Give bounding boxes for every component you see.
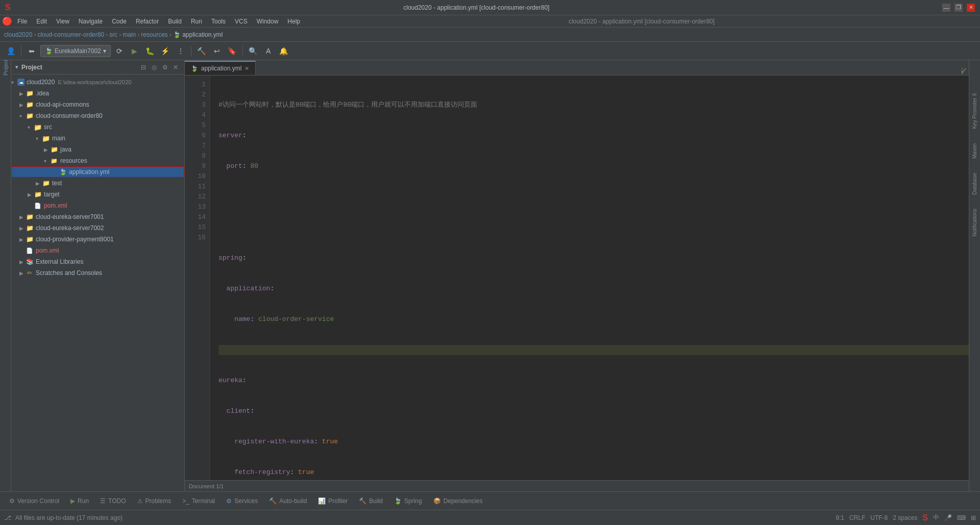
tree-idea[interactable]: ▶ 📁 .idea <box>11 88 184 99</box>
menu-vcs[interactable]: VCS <box>231 17 252 26</box>
refresh-button[interactable]: ⟳ <box>113 44 126 58</box>
indent[interactable]: 2 spaces <box>893 514 917 521</box>
tree-eureka7001[interactable]: ▶ 📁 cloud-eureka-server7001 <box>11 211 184 222</box>
tab-terminal[interactable]: >_ Terminal <box>177 495 220 507</box>
project-icon[interactable]: Project <box>1 62 11 72</box>
project-controls: ⊟ ◎ ⚙ ✕ <box>139 63 180 72</box>
breadcrumb-resources[interactable]: resources <box>141 31 168 38</box>
run-button[interactable]: ▶ <box>128 44 141 58</box>
debug-button[interactable]: 🐛 <box>143 44 157 58</box>
breadcrumb-main[interactable]: main <box>122 31 136 38</box>
settings-button[interactable]: ⚙ <box>160 63 169 72</box>
database-panel[interactable]: Database <box>972 171 977 197</box>
reload-button[interactable]: ↩ <box>210 44 224 58</box>
tree-java[interactable]: ▶ 📁 java <box>11 144 184 155</box>
more-actions[interactable]: ⋮ <box>174 44 187 58</box>
breadcrumb-cloud2020[interactable]: cloud2020 <box>4 31 32 38</box>
breadcrumb-consumer[interactable]: cloud-consumer-order80 <box>37 31 104 38</box>
menu-edit[interactable]: Edit <box>32 17 51 26</box>
menu-code[interactable]: Code <box>108 17 131 26</box>
notifications-panel[interactable]: Notifications <box>972 207 977 238</box>
tab-application-yml[interactable]: 🍃 application.yml ✕ <box>185 61 256 75</box>
maven-panel[interactable]: Maven <box>972 141 977 161</box>
layout-icon[interactable]: ⊞ <box>971 514 976 521</box>
charset[interactable]: UTF-8 <box>870 514 888 521</box>
tree-api-commons[interactable]: ▶ 📁 cloud-api-commons <box>11 99 184 110</box>
code-content[interactable]: #访问一个网站时，默认是80端口，给用户80端口，用户就可以不用加端口直接访问页… <box>210 76 969 480</box>
menu-navigate[interactable]: Navigate <box>75 17 107 26</box>
tree-scratches[interactable]: ▶ ✏ Scratches and Consoles <box>11 267 184 279</box>
tab-auto-build[interactable]: 🔨 Auto-build <box>264 495 312 507</box>
run-config-selector[interactable]: 🍃 EurekaMain7002 ▾ <box>40 45 111 57</box>
tab-todo[interactable]: ☰ TODO <box>95 495 131 507</box>
minimize-button[interactable]: — <box>942 4 950 12</box>
menu-run[interactable]: Run <box>187 17 206 26</box>
key-promoter-panel[interactable]: Key Promoter X <box>972 91 977 131</box>
tree-resources[interactable]: ▾ 📁 resources <box>11 155 184 166</box>
title-bar: S cloud2020 - application.yml [cloud-con… <box>0 0 980 15</box>
run-with-coverage[interactable]: ⚡ <box>159 44 172 58</box>
main-arrow-icon: ▾ <box>36 136 42 141</box>
tab-profiler[interactable]: 📊 Profiler <box>313 495 353 507</box>
tree-pom-root[interactable]: ▶ 📄 pom.xml <box>11 245 184 256</box>
pom-file-icon: 📄 <box>34 202 42 210</box>
problems-icon: ⚠ <box>137 497 143 505</box>
menu-build[interactable]: Build <box>164 17 186 26</box>
tab-build[interactable]: 🔨 Build <box>354 495 388 507</box>
lang-switch[interactable]: 中 <box>933 513 939 522</box>
auto-build-icon: 🔨 <box>269 497 277 505</box>
ext-libs-label: External Libraries <box>36 258 83 265</box>
tree-root[interactable]: ▾ ☁ cloud2020 E:\idea-workspace\cloud202… <box>11 77 184 88</box>
status-right: 9:1 CRLF UTF-8 2 spaces S 中 🎤 ⌨ ⊞ <box>836 513 976 522</box>
close-panel-button[interactable]: ✕ <box>171 63 180 72</box>
tree-eureka7002[interactable]: ▶ 📁 cloud-eureka-server7002 <box>11 222 184 234</box>
notification-button[interactable]: 🔔 <box>277 44 290 58</box>
locate-file-button[interactable]: ◎ <box>150 63 159 72</box>
back-button[interactable]: ⬅ <box>25 44 38 58</box>
project-dropdown-icon: ▾ <box>15 64 18 70</box>
window-controls[interactable]: — ❐ ✕ <box>942 4 975 12</box>
bookmark-button[interactable]: 🔖 <box>226 44 239 58</box>
separator3 <box>242 46 243 56</box>
tree-src[interactable]: ▾ 📁 src <box>11 121 184 133</box>
build-button[interactable]: 🔨 <box>195 44 208 58</box>
tab-spring[interactable]: 🍃 Spring <box>389 495 427 507</box>
menu-tools[interactable]: Tools <box>207 17 230 26</box>
menu-file[interactable]: File <box>13 17 31 26</box>
code-line-11: client: <box>218 406 969 416</box>
tab-close-button[interactable]: ✕ <box>244 65 249 72</box>
tree-consumer-order[interactable]: ▾ 📁 cloud-consumer-order80 <box>11 110 184 121</box>
menu-window[interactable]: Window <box>253 17 283 26</box>
maximize-button[interactable]: ❐ <box>954 4 963 12</box>
tab-version-control[interactable]: ⚙ Version Control <box>4 495 64 507</box>
tree-pom-consumer[interactable]: ▶ 📄 pom.xml <box>11 200 184 211</box>
profile-button[interactable]: 👤 <box>4 44 17 58</box>
tab-services[interactable]: ⚙ Services <box>221 495 263 507</box>
dropdown-arrow-icon: ▾ <box>103 47 106 55</box>
breadcrumb-src[interactable]: src <box>109 31 117 38</box>
translate-button[interactable]: A <box>262 44 275 58</box>
tree-application-yml[interactable]: ▶ 🍃 application.yml <box>11 166 184 178</box>
mic-icon[interactable]: 🎤 <box>944 514 952 521</box>
close-button[interactable]: ✕ <box>967 4 975 12</box>
breadcrumb-file[interactable]: 🍃 application.yml <box>173 31 223 38</box>
tab-dependencies[interactable]: 📦 Dependencies <box>428 495 488 507</box>
keyboard-icon[interactable]: ⌨ <box>957 514 966 521</box>
code-line-12: register-with-eureka: true <box>218 437 969 447</box>
tree-ext-libs[interactable]: ▶ 📚 External Libraries <box>11 256 184 267</box>
tree-test[interactable]: ▶ 📁 test <box>11 178 184 189</box>
menu-view[interactable]: View <box>52 17 74 26</box>
search-button[interactable]: 🔍 <box>247 44 260 58</box>
line-ending[interactable]: CRLF <box>849 514 865 521</box>
tree-main[interactable]: ▾ 📁 main <box>11 133 184 144</box>
collapse-all-button[interactable]: ⊟ <box>139 63 148 72</box>
menu-refactor[interactable]: Refactor <box>132 17 163 26</box>
file-tree: ▾ ☁ cloud2020 E:\idea-workspace\cloud202… <box>11 74 184 491</box>
tree-target[interactable]: ▶ 📁 target <box>11 189 184 200</box>
tab-run[interactable]: ▶ Run <box>65 495 94 507</box>
tree-payment8001[interactable]: ▶ 📁 cloud-provider-payment8001 <box>11 234 184 245</box>
code-editor[interactable]: 1 2 3 4 5 6 7 8 9 10 11 12 13 14 15 16 #… <box>185 76 969 480</box>
menu-help[interactable]: Help <box>283 17 304 26</box>
cursor-position[interactable]: 9:1 <box>836 514 844 521</box>
tab-problems[interactable]: ⚠ Problems <box>132 495 177 507</box>
